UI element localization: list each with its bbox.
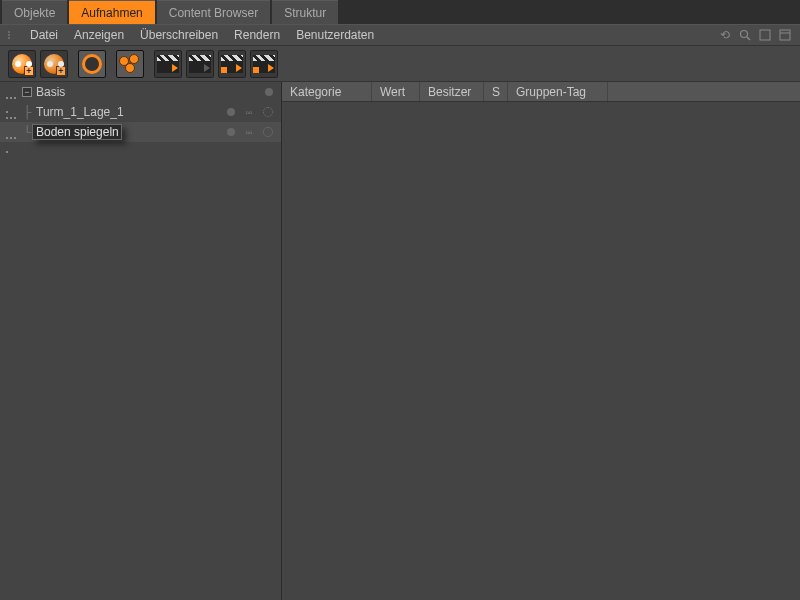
- tab-bar: Objekte Aufnahmen Content Browser Strukt…: [0, 0, 800, 24]
- menu-anzeigen[interactable]: Anzeigen: [74, 28, 124, 42]
- panel-grip-icon[interactable]: [6, 31, 14, 39]
- visibility-icon[interactable]: [5, 88, 17, 96]
- render-settings-icon[interactable]: [263, 107, 273, 117]
- col-besitzer[interactable]: Besitzer: [420, 82, 484, 101]
- menu-datei[interactable]: Datei: [30, 28, 58, 42]
- tool-add-take-button[interactable]: +: [40, 50, 68, 78]
- tree-pane: − Basis ├ Turm_1_Lage_1 ▫▫ └ ▫▫: [0, 82, 282, 600]
- visibility-icon[interactable]: [5, 108, 17, 116]
- body-split: − Basis ├ Turm_1_Lage_1 ▫▫ └ ▫▫: [0, 82, 800, 600]
- tool-render-all-button[interactable]: [250, 50, 278, 78]
- take-state-icon[interactable]: [227, 128, 235, 136]
- menu-ueberschreiben[interactable]: Überschreiben: [140, 28, 218, 42]
- tree-rename-input[interactable]: [32, 124, 122, 140]
- panel-menu-icon[interactable]: [778, 28, 792, 42]
- svg-point-0: [741, 31, 748, 38]
- svg-line-1: [747, 37, 750, 40]
- property-pane: Kategorie Wert Besitzer S Gruppen-Tag: [282, 82, 800, 600]
- tree-row-boden[interactable]: └ ▫▫: [0, 122, 281, 142]
- search-icon[interactable]: [738, 28, 752, 42]
- tree-connector-icon: └: [22, 125, 32, 139]
- menu-rendern[interactable]: Rendern: [234, 28, 280, 42]
- take-state-icon[interactable]: [227, 108, 235, 116]
- tab-objekte[interactable]: Objekte: [2, 0, 67, 24]
- panel-maximize-icon[interactable]: [758, 28, 772, 42]
- render-settings-icon[interactable]: [263, 127, 273, 137]
- take-state-icon[interactable]: [265, 88, 273, 96]
- tree-collapse-toggle[interactable]: −: [22, 87, 32, 97]
- tree-label-turm: Turm_1_Lage_1: [32, 105, 128, 119]
- panel-undock-icon[interactable]: ⟲: [718, 28, 732, 42]
- tool-auto-take-button[interactable]: [78, 50, 106, 78]
- camera-icon[interactable]: ▫▫: [243, 107, 255, 117]
- menu-bar: Datei Anzeigen Überschreiben Rendern Ben…: [0, 24, 800, 46]
- col-s[interactable]: S: [484, 82, 508, 101]
- tool-nodes-button[interactable]: [116, 50, 144, 78]
- svg-rect-2: [760, 30, 770, 40]
- toolbar: + +: [0, 46, 800, 82]
- tool-render-marked-button[interactable]: [218, 50, 246, 78]
- tree-row-basis[interactable]: − Basis: [0, 82, 281, 102]
- tree-row-turm[interactable]: ├ Turm_1_Lage_1 ▫▫: [0, 102, 281, 122]
- panel-right-icons: ⟲: [718, 28, 800, 42]
- camera-icon[interactable]: ▫▫: [243, 127, 255, 137]
- tree-connector-icon: ├: [22, 105, 32, 119]
- tree-label-basis: Basis: [32, 85, 69, 99]
- col-gruppen-tag[interactable]: Gruppen-Tag: [508, 82, 608, 101]
- col-wert[interactable]: Wert: [372, 82, 420, 101]
- tool-render-disabled-button[interactable]: [186, 50, 214, 78]
- col-kategorie[interactable]: Kategorie: [282, 82, 372, 101]
- tab-struktur[interactable]: Struktur: [272, 0, 338, 24]
- tab-aufnahmen[interactable]: Aufnahmen: [69, 0, 154, 24]
- property-header: Kategorie Wert Besitzer S Gruppen-Tag: [282, 82, 800, 102]
- visibility-icon[interactable]: [5, 128, 17, 136]
- tool-new-take-button[interactable]: +: [8, 50, 36, 78]
- tab-content-browser[interactable]: Content Browser: [157, 0, 270, 24]
- tool-render-button[interactable]: [154, 50, 182, 78]
- menu-benutzerdaten[interactable]: Benutzerdaten: [296, 28, 374, 42]
- svg-rect-3: [780, 30, 790, 40]
